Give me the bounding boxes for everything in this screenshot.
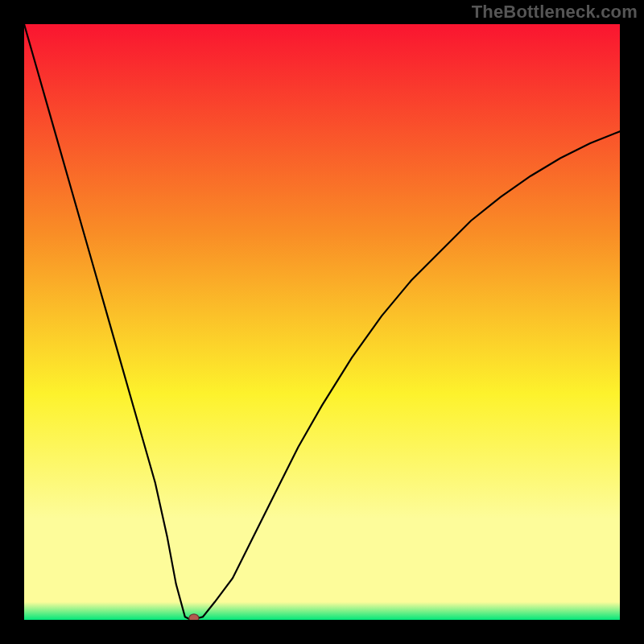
plot-area — [24, 24, 620, 620]
watermark-text: TheBottleneck.com — [472, 2, 638, 23]
optimal-point-marker — [189, 614, 199, 620]
chart-svg — [24, 24, 620, 620]
chart-frame: TheBottleneck.com — [0, 0, 644, 644]
gradient-background — [24, 24, 620, 620]
